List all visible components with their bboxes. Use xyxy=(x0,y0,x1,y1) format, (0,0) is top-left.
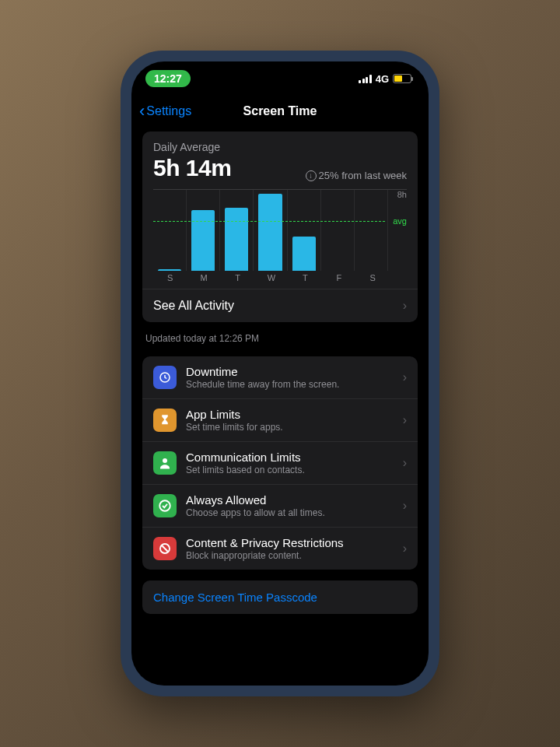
phone-case: 12:27 4G ‹ Settings Screen Time Daily Av… xyxy=(121,51,439,696)
chart-bar-slot xyxy=(220,190,254,271)
daily-average-label: Daily Average xyxy=(153,141,407,153)
setting-text: DowntimeSchedule time away from the scre… xyxy=(186,365,394,390)
x-axis: SMTWTFS xyxy=(153,273,407,282)
usage-chart: 8h avg xyxy=(153,189,407,271)
page-title: Screen Time xyxy=(243,104,317,118)
change-passcode-button[interactable]: Change Screen Time Passcode xyxy=(142,580,418,614)
status-time-pill: 12:27 xyxy=(145,70,191,87)
back-button[interactable]: ‹ Settings xyxy=(139,103,191,120)
chevron-right-icon: › xyxy=(403,499,407,513)
setting-subtitle: Block inappropriate content. xyxy=(186,550,394,561)
trend-text: 25% from last week xyxy=(319,170,407,181)
x-tick: S xyxy=(153,273,187,282)
nav-bar: ‹ Settings Screen Time xyxy=(131,96,429,127)
setting-title: Downtime xyxy=(186,365,394,378)
chart-bar-slot xyxy=(288,190,321,271)
setting-title: App Limits xyxy=(186,408,394,421)
setting-row-downtime[interactable]: DowntimeSchedule time away from the scre… xyxy=(142,356,418,398)
setting-subtitle: Schedule time away from the screen. xyxy=(186,379,394,390)
settings-list: DowntimeSchedule time away from the scre… xyxy=(142,356,418,570)
avg-line xyxy=(153,221,385,222)
x-tick: W xyxy=(254,273,288,282)
setting-text: Always AllowedChoose apps to allow at al… xyxy=(186,493,394,518)
setting-subtitle: Choose apps to allow at all times. xyxy=(186,507,394,518)
chevron-right-icon: › xyxy=(403,370,407,384)
avg-label: avg xyxy=(393,216,407,226)
phone-screen: 12:27 4G ‹ Settings Screen Time Daily Av… xyxy=(131,61,429,686)
content: Daily Average 5h 14m ↓ 25% from last wee… xyxy=(131,127,429,686)
chevron-right-icon: › xyxy=(403,542,407,556)
block-icon xyxy=(153,537,177,560)
x-tick: F xyxy=(322,273,355,282)
summary-card: Daily Average 5h 14m ↓ 25% from last wee… xyxy=(142,132,418,322)
x-tick: M xyxy=(187,273,220,282)
chart-bar xyxy=(292,237,316,271)
setting-text: App LimitsSet time limits for apps. xyxy=(186,408,394,433)
battery-icon xyxy=(393,74,411,83)
y-tick-8h: 8h xyxy=(397,190,407,199)
see-all-label: See All Activity xyxy=(153,299,403,313)
notch xyxy=(214,61,346,83)
chart-bar-slot xyxy=(153,190,187,271)
change-passcode-label: Change Screen Time Passcode xyxy=(153,591,317,604)
x-tick: T xyxy=(289,273,322,282)
signal-icon xyxy=(359,75,372,83)
chart-bar-slot xyxy=(355,190,388,271)
setting-subtitle: Set limits based on contacts. xyxy=(186,465,394,475)
setting-row-check[interactable]: Always AllowedChoose apps to allow at al… xyxy=(142,484,418,527)
chart-bar-slot xyxy=(254,190,287,271)
see-all-activity-row[interactable]: See All Activity › xyxy=(142,289,418,322)
trend: ↓ 25% from last week xyxy=(306,170,407,181)
chevron-right-icon: › xyxy=(403,299,407,313)
setting-title: Content & Privacy Restrictions xyxy=(186,536,394,549)
setting-title: Communication Limits xyxy=(186,451,394,464)
chart-bar xyxy=(158,269,181,271)
x-tick: T xyxy=(221,273,254,282)
x-tick: S xyxy=(356,273,390,282)
setting-subtitle: Set time limits for apps. xyxy=(186,422,394,433)
status-right: 4G xyxy=(359,73,411,85)
daily-average-value: 5h 14m xyxy=(153,155,231,181)
chart-bar xyxy=(258,194,282,271)
chart-bar-slot xyxy=(187,190,220,271)
hourglass-icon xyxy=(153,409,177,432)
setting-text: Communication LimitsSet limits based on … xyxy=(186,451,394,475)
back-label: Settings xyxy=(146,104,191,118)
setting-text: Content & Privacy RestrictionsBlock inap… xyxy=(186,536,394,561)
chart-bar xyxy=(191,210,215,271)
downtime-icon xyxy=(153,366,177,389)
updated-label: Updated today at 12:26 PM xyxy=(142,328,418,356)
chevron-right-icon: › xyxy=(403,413,407,427)
setting-row-person[interactable]: Communication LimitsSet limits based on … xyxy=(142,441,418,484)
arrow-down-circle-icon: ↓ xyxy=(306,170,317,181)
check-icon xyxy=(153,494,177,517)
chart-bar xyxy=(225,208,248,271)
svg-point-1 xyxy=(163,458,167,463)
chart-bar-slot xyxy=(321,190,355,271)
setting-title: Always Allowed xyxy=(186,493,394,507)
setting-row-block[interactable]: Content & Privacy RestrictionsBlock inap… xyxy=(142,527,418,570)
chevron-left-icon: ‹ xyxy=(139,103,145,120)
chevron-right-icon: › xyxy=(403,456,407,470)
setting-row-hourglass[interactable]: App LimitsSet time limits for apps.› xyxy=(142,398,418,441)
person-icon xyxy=(153,451,177,475)
network-label: 4G xyxy=(376,73,389,85)
